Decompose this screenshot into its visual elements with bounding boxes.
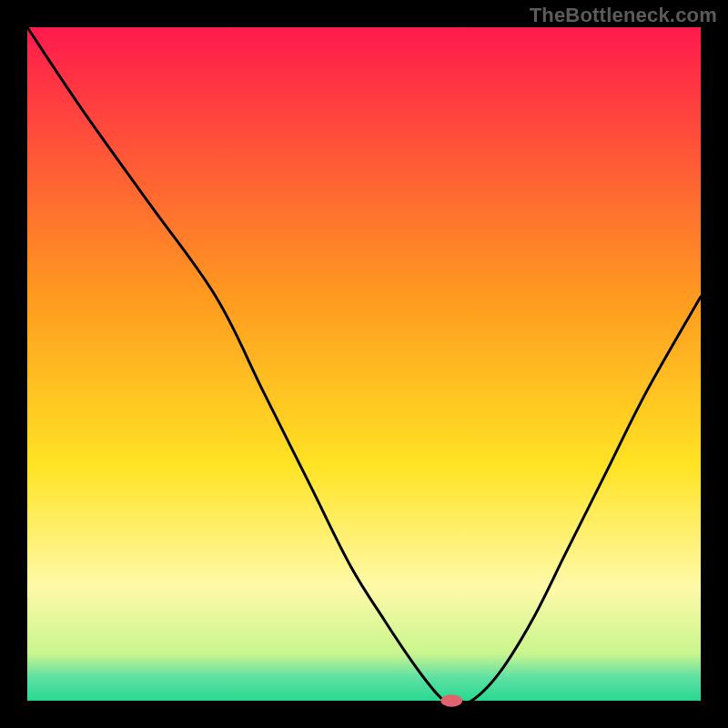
bottleneck-chart <box>0 0 728 728</box>
optimal-marker <box>440 694 462 706</box>
chart-background <box>27 27 701 701</box>
chart-stage: TheBottleneck.com <box>0 0 728 728</box>
watermark-text: TheBottleneck.com <box>530 4 717 27</box>
